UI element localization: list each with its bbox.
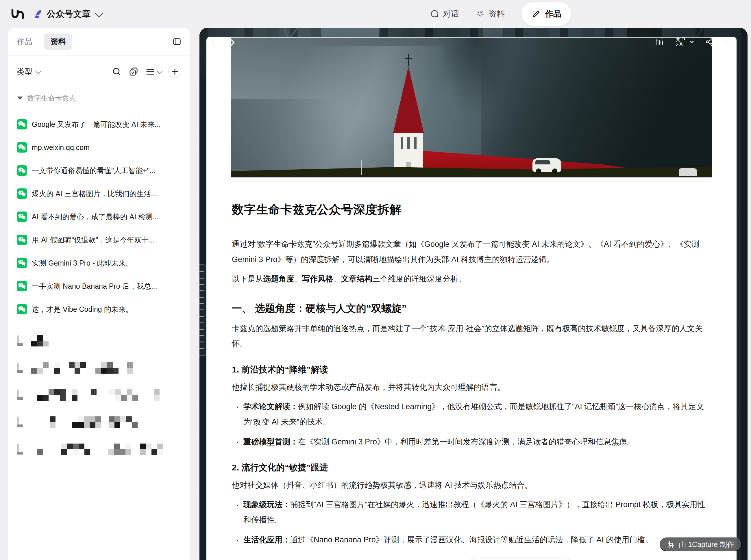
redacted-doc-icon — [17, 417, 24, 427]
chevron-left-icon — [209, 38, 218, 47]
wechat-icon — [17, 142, 27, 153]
bullet-dot-icon: · — [232, 497, 243, 528]
section-heading: 一、 选题角度：硬核与人文的“双螺旋” — [232, 302, 711, 315]
redacted-text-mosaic — [31, 443, 48, 455]
bullet-item: ·现象级玩法：捕捉到“AI 三宫格图片”在社媒的爆火，迅速推出教程（《爆火的 A… — [232, 497, 711, 528]
material-list-item[interactable]: 用 AI 假图骗“仅退款”，这是今年双十... — [8, 228, 190, 252]
chevron-down-icon — [157, 68, 162, 74]
tab-materials[interactable]: 资料 — [476, 8, 505, 19]
tick-mark — [199, 303, 204, 304]
document-page: 数字生命卡兹克公众号深度拆解 通过对“数字生命卡兹克”公众号近期多篇爆款文章（如… — [206, 37, 736, 560]
translate-button[interactable]: 文A — [675, 36, 694, 47]
redacted-doc-icon — [17, 363, 24, 373]
plus-icon — [171, 67, 179, 76]
add-material-button[interactable] — [168, 65, 181, 78]
collapse-sidebar-button[interactable] — [172, 37, 181, 46]
bullet-list: ·现象级玩法：捕捉到“AI 三宫格图片”在社媒的爆火，迅速推出教程（《爆火的 A… — [232, 497, 711, 547]
workspace-switcher[interactable]: 公众号文章 — [33, 8, 101, 20]
material-list-item[interactable]: Google 又发布了一篇可能改变 AI 未来... — [8, 113, 190, 136]
redacted-text-mosaic — [95, 362, 120, 374]
bullet-text: 学术论文解读：例如解读 Google 的《Nested Learning》，他没… — [243, 399, 711, 430]
outline-scrubber[interactable] — [199, 264, 207, 356]
more-button[interactable] — [725, 37, 735, 47]
wechat-icon — [17, 304, 27, 314]
tab-works[interactable]: 作品 — [521, 2, 571, 26]
material-list-item[interactable]: 一文带你通俗易懂的看懂"人工智能+"... — [8, 159, 190, 182]
material-title: Google 又发布了一篇可能改变 AI 未来... — [32, 120, 181, 129]
redacted-doc-icon — [17, 444, 24, 455]
share-icon — [705, 37, 715, 47]
crop-icon — [667, 541, 675, 548]
search-icon — [112, 67, 122, 77]
capture-credit-badge[interactable]: 由 1Capture 制作 — [660, 538, 742, 551]
group-header[interactable]: 数字生命卡兹克 — [17, 94, 181, 103]
wechat-icon — [17, 212, 27, 222]
material-title: 这，才是 Vibe Coding 的未来。 — [32, 304, 181, 314]
material-list-item[interactable]: 这，才是 Vibe Coding 的未来。 — [8, 298, 190, 321]
paragraph: 他对社交媒体（抖音、小红书）的流行趋势极其敏感，迅速将 AI 技术与娱乐热点结合… — [232, 478, 711, 493]
material-title: mp.weixin.qq.com — [32, 143, 181, 152]
back-button[interactable] — [209, 38, 218, 47]
material-list-item[interactable]: AI 看不到的爱心，成了最棒的 AI 检测... — [8, 205, 190, 228]
type-filter[interactable]: 类型 — [17, 66, 40, 77]
redacted-list-item[interactable] — [8, 381, 190, 408]
history-nav — [209, 38, 236, 47]
chat-bubble-icon — [430, 9, 439, 18]
small-car — [679, 168, 697, 176]
app-logo-icon[interactable] — [11, 7, 25, 20]
redacted-text-mosaic — [148, 389, 164, 401]
wechat-icon — [17, 188, 27, 199]
church-tower — [394, 133, 423, 172]
panel-toggle-icon — [172, 37, 181, 46]
type-filter-label: 类型 — [17, 66, 32, 77]
brand-area: 公众号文章 — [11, 0, 101, 28]
forward-button[interactable] — [228, 38, 236, 47]
wechat-icon — [17, 258, 27, 268]
sidebar-tab-materials[interactable]: 资料 — [44, 34, 72, 50]
bullet-dot-icon: · — [232, 399, 243, 430]
redacted-text-mosaic — [109, 416, 138, 428]
redacted-doc-icon — [17, 336, 24, 346]
tick-mark — [199, 348, 204, 349]
multi-select-button[interactable] — [129, 67, 138, 77]
format-button[interactable] — [654, 37, 665, 47]
tab-chat-label: 对话 — [443, 8, 459, 19]
copy-check-icon — [129, 67, 138, 77]
material-list-item[interactable]: 一手实测 Nano Banana Pro 后，我总... — [8, 275, 190, 298]
material-list-item[interactable]: 实测 Gemini 3 Pro - 此即未来。 — [8, 252, 190, 275]
wechat-icon — [17, 165, 27, 176]
redacted-text-mosaic — [85, 389, 102, 401]
tick-mark — [199, 309, 204, 311]
redacted-list-item[interactable] — [8, 436, 190, 463]
search-button[interactable] — [112, 67, 122, 77]
tick-mark — [199, 335, 204, 336]
floating-toolbar-peek[interactable] — [470, 558, 570, 560]
workspace-title: 公众号文章 — [47, 8, 91, 20]
svg-text:文: 文 — [675, 37, 680, 42]
rays-icon — [476, 9, 485, 18]
sidebar-tab-works[interactable]: 作品 — [17, 36, 32, 47]
share-button[interactable] — [705, 37, 715, 47]
redacted-text-mosaic — [69, 362, 88, 374]
material-list-item[interactable]: mp.weixin.qq.com — [8, 136, 190, 159]
tab-materials-label: 资料 — [489, 8, 505, 19]
tab-chat[interactable]: 对话 — [430, 8, 459, 19]
redacted-list-item[interactable] — [8, 408, 190, 436]
redacted-list-item[interactable] — [8, 327, 190, 354]
document-body: 数字生命卡兹克公众号深度拆解 通过对“数字生命卡兹克”公众号近期多篇爆款文章（如… — [206, 177, 736, 560]
redacted-text-mosaic — [72, 416, 101, 428]
redacted-materials-list — [8, 327, 190, 463]
sidebar: 作品 资料 类型 — [8, 28, 190, 560]
material-title: AI 看不到的爱心，成了最棒的 AI 检测... — [32, 212, 181, 222]
redacted-list-item[interactable] — [8, 354, 190, 381]
redacted-text-mosaic — [31, 362, 61, 374]
view-mode-button[interactable] — [145, 67, 161, 77]
pen-sparkle-icon — [531, 9, 541, 19]
bullet-text: 生活化应用：通过《Nano Banana Pro》评测，展示了漫画汉化、海报设计… — [243, 532, 711, 547]
tick-mark — [199, 284, 204, 285]
materials-list: Google 又发布了一篇可能改变 AI 未来... mp.weixin.qq.… — [8, 113, 190, 321]
top-bar: 公众号文章 对话 资料 作品 — [0, 0, 751, 28]
paragraph: 卡兹克的选题策略并非单纯的追逐热点，而是构建了一个“技术-应用-社会”的立体选题… — [232, 321, 711, 352]
church-steeple — [393, 66, 424, 133]
material-list-item[interactable]: 爆火的 AI 三宫格图片，比我们的生活... — [8, 182, 190, 205]
